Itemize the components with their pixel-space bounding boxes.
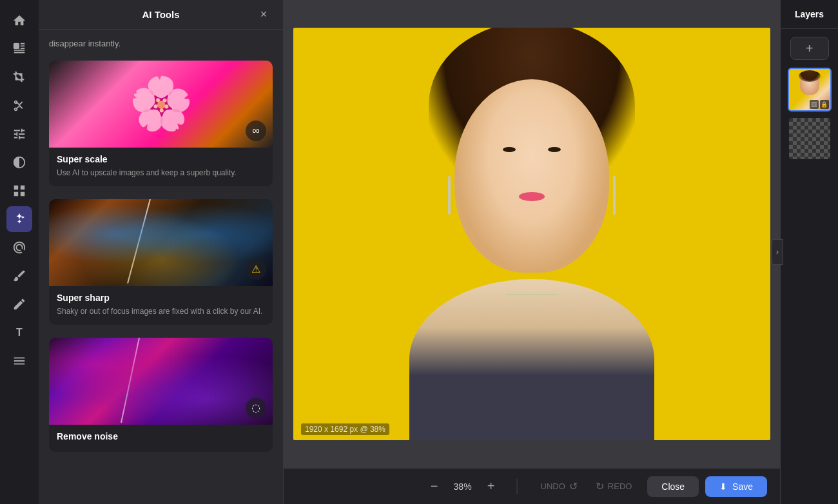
brush-icon[interactable] (6, 263, 32, 289)
left-toolbar: T (0, 0, 39, 504)
super-scale-desc: Use AI to upscale images and keep a supe… (57, 167, 265, 179)
super-sharp-badge: ⚠ (246, 259, 266, 280)
remove-noise-info: Remove noise (49, 425, 273, 452)
super-sharp-desc: Shaky or out of focus images are fixed w… (57, 305, 265, 317)
remove-noise-image: ◌ (49, 338, 273, 425)
layer-transparent-preview (789, 118, 830, 159)
super-sharp-image: ⚠ (49, 199, 273, 286)
layer-image-icon: 🖼 (810, 100, 819, 109)
spiral-icon[interactable] (6, 235, 32, 260)
layers-panel-title: Layers (781, 0, 838, 29)
action-buttons: Close ⬇ Save (647, 476, 767, 497)
adjustments-icon[interactable] (6, 121, 32, 147)
redo-button[interactable]: ↻ REDO (588, 476, 640, 496)
super-scale-badge: ∞ (246, 121, 266, 141)
contrast-icon[interactable] (6, 150, 32, 175)
remove-noise-badge: ◌ (246, 398, 266, 418)
super-scale-card[interactable]: ∞ Super scale Use AI to upscale images a… (49, 61, 273, 186)
text-icon[interactable]: T (6, 320, 32, 345)
layer-thumb-icons: 🖼 🔒 (810, 100, 829, 109)
ai-panel-close-button[interactable]: × (255, 6, 273, 24)
super-scale-image: ∞ (49, 61, 273, 148)
super-sharp-info: Super sharp Shaky or out of focus images… (49, 286, 273, 325)
redo-icon: ↻ (596, 480, 604, 492)
zoom-out-button[interactable]: − (424, 476, 445, 497)
zoom-controls: − 38% + UNDO ↺ ↻ REDO (424, 476, 640, 497)
layers-panel: › Layers + ··· 🖼 🔒 (780, 0, 838, 504)
pen-icon[interactable] (6, 291, 32, 317)
redo-label: REDO (608, 481, 632, 491)
canvas-container[interactable]: 1920 x 1692 px @ 38% (284, 0, 780, 468)
super-sharp-name: Super sharp (57, 293, 265, 303)
cut-icon[interactable] (6, 93, 32, 119)
undo-button[interactable]: UNDO ↺ (533, 476, 585, 496)
super-scale-name: Super scale (57, 154, 265, 164)
layer-portrait-thumb[interactable]: ··· 🖼 🔒 (788, 68, 832, 111)
main-canvas-area: 1920 x 1692 px @ 38% − 38% + UNDO ↺ ↻ RE… (284, 0, 780, 504)
undo-icon: ↺ (569, 480, 578, 492)
panel-scroll-text: disappear instantly. (49, 30, 273, 61)
photo-canvas: 1920 x 1692 px @ 38% (293, 28, 770, 440)
super-scale-info: Super scale Use AI to upscale images and… (49, 148, 273, 186)
remove-noise-name: Remove noise (57, 431, 265, 441)
close-button[interactable]: Close (647, 476, 699, 497)
zoom-value: 38% (450, 481, 476, 492)
zoom-in-button[interactable]: + (481, 476, 502, 497)
super-sharp-card[interactable]: ⚠ Super sharp Shaky or out of focus imag… (49, 199, 273, 325)
svg-rect-0 (14, 44, 19, 48)
collapse-panel-button[interactable]: › (772, 239, 783, 265)
layer-lock-icon: 🔒 (820, 100, 829, 109)
save-button[interactable]: ⬇ Save (705, 476, 767, 497)
ai-panel-content[interactable]: disappear instantly. ∞ Super scale Use A… (39, 30, 283, 504)
ai-tools-panel: AI Tools × disappear instantly. ∞ Super … (39, 0, 284, 504)
save-icon: ⬇ (719, 481, 727, 492)
toolbar-divider (517, 479, 518, 494)
layer-menu-dots[interactable]: ··· (822, 70, 828, 79)
undo-label: UNDO (541, 481, 565, 491)
lines-icon[interactable] (6, 348, 32, 374)
bottom-toolbar: − 38% + UNDO ↺ ↻ REDO Close ⬇ Save (284, 468, 780, 504)
add-layer-button[interactable]: + (790, 37, 829, 60)
grid-icon[interactable] (6, 178, 32, 204)
image-info: 1920 x 1692 px @ 38% (301, 423, 389, 435)
selection-icon[interactable] (6, 36, 32, 62)
crop-icon[interactable] (6, 64, 32, 90)
ai-tools-icon[interactable] (6, 206, 32, 232)
save-label: Save (732, 481, 753, 492)
ai-panel-title: AI Tools (142, 9, 179, 20)
layer-transparent-thumb[interactable] (788, 117, 832, 160)
ai-panel-header: AI Tools × (39, 0, 283, 30)
home-icon[interactable] (6, 8, 32, 34)
remove-noise-card[interactable]: ◌ Remove noise (49, 338, 273, 452)
undo-redo-controls: UNDO ↺ ↻ REDO (533, 476, 640, 496)
